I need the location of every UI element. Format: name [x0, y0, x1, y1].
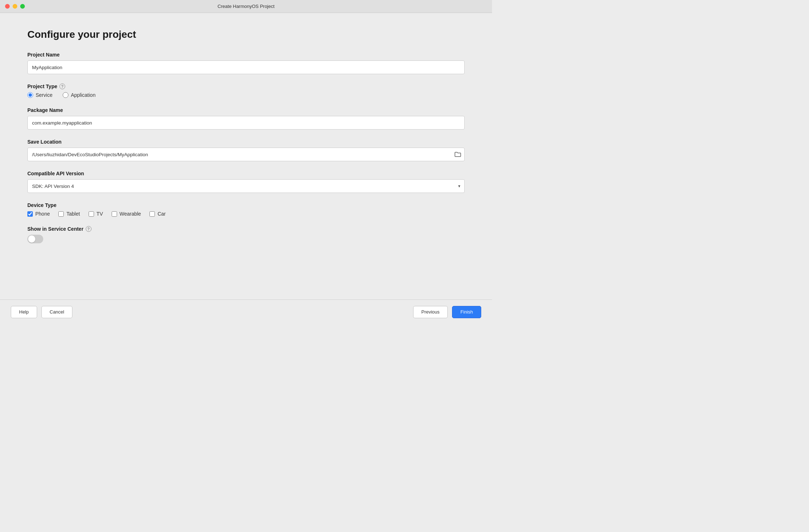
package-name-input[interactable]: [27, 116, 465, 130]
radio-application[interactable]: [63, 92, 68, 98]
compatible-api-group: Compatible API Version SDK: API Version …: [27, 171, 465, 193]
maximize-button[interactable]: [20, 4, 25, 9]
checkbox-option-wearable[interactable]: Wearable: [112, 211, 141, 217]
device-type-label: Device Type: [27, 202, 465, 208]
device-type-group: Device Type Phone Tablet TV Wearable Car: [27, 202, 465, 217]
window-title: Create HarmonyOS Project: [218, 4, 274, 9]
save-location-label: Save Location: [27, 139, 465, 145]
save-location-group: Save Location: [27, 139, 465, 161]
show-in-service-center-group: Show in Service Center ?: [27, 226, 465, 243]
device-type-checkbox-group: Phone Tablet TV Wearable Car: [27, 211, 465, 217]
main-content: Configure your project Project Name Proj…: [0, 13, 492, 299]
project-type-radio-group: Service Application: [27, 92, 465, 98]
show-in-service-center-toggle[interactable]: [27, 235, 43, 243]
checkbox-tv-label: TV: [97, 211, 103, 217]
checkbox-option-phone[interactable]: Phone: [27, 211, 50, 217]
footer-left: Help Cancel: [11, 306, 72, 318]
show-in-service-center-label: Show in Service Center ?: [27, 226, 465, 232]
show-in-service-center-help-icon[interactable]: ?: [86, 226, 91, 232]
checkbox-option-car[interactable]: Car: [149, 211, 166, 217]
project-name-group: Project Name: [27, 52, 465, 74]
cancel-button[interactable]: Cancel: [41, 306, 72, 318]
save-location-input[interactable]: [27, 148, 465, 161]
radio-service[interactable]: [27, 92, 33, 98]
browse-folder-button[interactable]: [455, 152, 461, 157]
package-name-label: Package Name: [27, 107, 465, 113]
save-location-wrapper: [27, 148, 465, 161]
radio-option-application[interactable]: Application: [63, 92, 96, 98]
checkbox-phone-label: Phone: [35, 211, 50, 217]
minimize-button[interactable]: [13, 4, 17, 9]
titlebar-buttons: [5, 4, 25, 9]
checkbox-phone[interactable]: [27, 211, 33, 217]
checkbox-wearable-label: Wearable: [120, 211, 141, 217]
previous-button[interactable]: Previous: [413, 306, 448, 318]
project-type-label: Project Type ?: [27, 84, 465, 89]
radio-service-label: Service: [36, 92, 53, 98]
page-title: Configure your project: [27, 29, 465, 40]
checkbox-option-tablet[interactable]: Tablet: [58, 211, 80, 217]
finish-button[interactable]: Finish: [452, 306, 481, 318]
titlebar: Create HarmonyOS Project: [0, 0, 492, 13]
compatible-api-select[interactable]: SDK: API Version 4 SDK: API Version 5 SD…: [27, 179, 465, 193]
checkbox-option-tv[interactable]: TV: [89, 211, 103, 217]
footer-right: Previous Finish: [413, 306, 481, 318]
project-name-input[interactable]: [27, 60, 465, 74]
checkbox-car-label: Car: [157, 211, 166, 217]
project-type-help-icon[interactable]: ?: [59, 84, 65, 89]
radio-application-label: Application: [71, 92, 96, 98]
package-name-group: Package Name: [27, 107, 465, 130]
checkbox-tv[interactable]: [89, 211, 94, 217]
compatible-api-select-wrapper: SDK: API Version 4 SDK: API Version 5 SD…: [27, 179, 465, 193]
project-type-group: Project Type ? Service Application: [27, 84, 465, 98]
close-button[interactable]: [5, 4, 10, 9]
checkbox-tablet[interactable]: [58, 211, 64, 217]
help-button[interactable]: Help: [11, 306, 37, 318]
toggle-knob: [28, 235, 35, 243]
checkbox-tablet-label: Tablet: [66, 211, 80, 217]
compatible-api-label: Compatible API Version: [27, 171, 465, 176]
checkbox-wearable[interactable]: [112, 211, 117, 217]
radio-option-service[interactable]: Service: [27, 92, 53, 98]
footer: Help Cancel Previous Finish: [0, 299, 492, 324]
checkbox-car[interactable]: [149, 211, 155, 217]
toggle-container: [27, 235, 465, 243]
project-name-label: Project Name: [27, 52, 465, 58]
